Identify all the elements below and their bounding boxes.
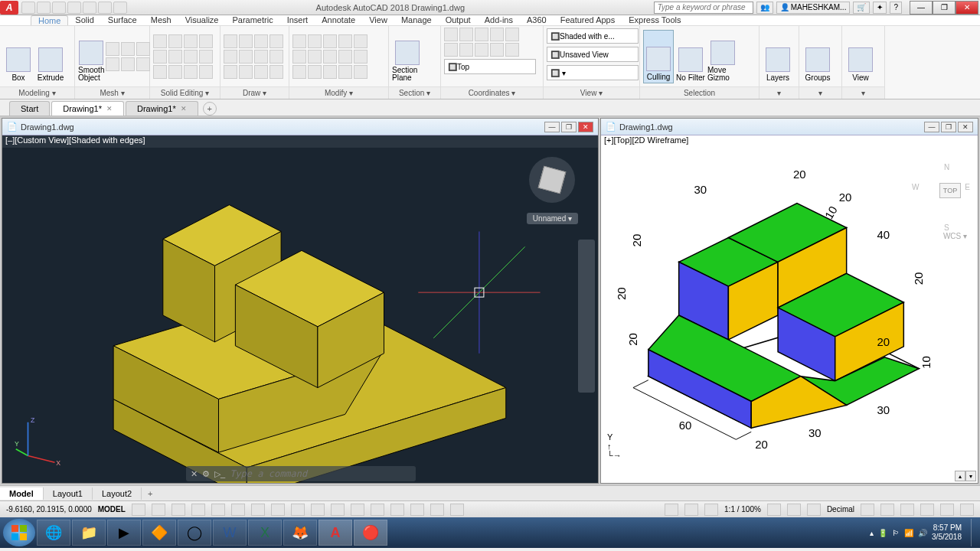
- modify-icon[interactable]: [292, 34, 306, 48]
- modify-icon[interactable]: [308, 65, 322, 79]
- stayconnected-icon[interactable]: ✦: [873, 2, 887, 14]
- show-desktop-button[interactable]: [971, 519, 977, 546]
- signin-button[interactable]: 👤 MAHESHKAM...: [776, 2, 851, 14]
- app-logo[interactable]: A: [0, 1, 18, 15]
- firefox-icon[interactable]: 🦊: [283, 520, 317, 546]
- window-close-button[interactable]: ✕: [956, 1, 978, 15]
- ducs-toggle-icon[interactable]: [331, 504, 345, 516]
- infer-toggle-icon[interactable]: [172, 504, 185, 516]
- modify-icon[interactable]: [354, 65, 368, 79]
- solidedit-icon[interactable]: [199, 34, 213, 48]
- window-maximize-button[interactable]: ❐: [933, 1, 956, 15]
- viewport-right-canvas[interactable]: 30 20 20 10 40 20 20 20 60 20 30 30 20 1…: [601, 148, 978, 483]
- draw-icon[interactable]: [224, 34, 237, 48]
- vlc-icon[interactable]: 🔶: [142, 520, 176, 546]
- wmp-icon[interactable]: ▶: [107, 520, 141, 546]
- cleanscreen-icon[interactable]: [940, 504, 954, 516]
- modify-icon[interactable]: [323, 65, 337, 79]
- units-readout[interactable]: Decimal: [827, 505, 854, 514]
- scale-readout[interactable]: 1:1 / 100%: [724, 505, 761, 514]
- scroll-up-icon[interactable]: ▴: [955, 471, 965, 481]
- vp-max-button[interactable]: ❐: [561, 122, 577, 132]
- dyn-toggle-icon[interactable]: [351, 504, 364, 516]
- filter-icon[interactable]: [665, 504, 678, 516]
- ribbon-tab-output[interactable]: Output: [439, 15, 478, 25]
- smooth-object-button[interactable]: Smooth Object: [78, 30, 104, 83]
- ortho-toggle-icon[interactable]: [211, 504, 225, 516]
- ribbon-tab-annotate[interactable]: Annotate: [315, 15, 362, 25]
- am-toggle-icon[interactable]: [450, 504, 464, 516]
- modify-icon[interactable]: [308, 50, 322, 64]
- draw-icon[interactable]: [270, 65, 283, 79]
- tray-flag-icon[interactable]: 🏳: [892, 529, 900, 537]
- ribbon-tab-insert[interactable]: Insert: [280, 15, 315, 25]
- solidedit-icon[interactable]: [199, 50, 213, 64]
- vp-close-button[interactable]: ✕: [578, 122, 593, 132]
- coord-icon[interactable]: [444, 28, 458, 41]
- modify-icon[interactable]: [338, 34, 352, 48]
- groups-button[interactable]: Groups: [802, 30, 833, 83]
- solidedit-icon[interactable]: [153, 50, 167, 64]
- tray-icon[interactable]: 🔋: [878, 529, 887, 537]
- exchange-icon[interactable]: 🛒: [853, 2, 870, 14]
- modify-icon[interactable]: [338, 65, 352, 79]
- solidedit-icon[interactable]: [153, 65, 167, 79]
- qat-saveas-icon[interactable]: [67, 2, 81, 14]
- coord-icon[interactable]: [475, 43, 488, 57]
- file-tab[interactable]: Drawing1*✕: [51, 101, 124, 116]
- ie-icon[interactable]: 🌐: [37, 520, 70, 546]
- modify-icon[interactable]: [292, 50, 306, 64]
- draw-icon[interactable]: [270, 34, 283, 48]
- infocenter-icon[interactable]: 👥: [756, 2, 773, 14]
- chrome-icon[interactable]: ◯: [178, 520, 211, 546]
- mesh-tool-icon[interactable]: [106, 42, 119, 56]
- visual-style-dropdown[interactable]: 🔲 Shaded with e...: [547, 28, 639, 44]
- ribbon-tab-home[interactable]: Home: [31, 15, 68, 25]
- modify-icon[interactable]: [292, 65, 306, 79]
- cmd-options-icon[interactable]: ⚙: [202, 469, 210, 479]
- file-tab[interactable]: Drawing1*✕: [126, 101, 198, 116]
- explorer-icon[interactable]: 📁: [72, 520, 106, 546]
- section-plane-button[interactable]: Section Plane: [392, 30, 423, 83]
- draw-icon[interactable]: [254, 50, 268, 64]
- ribbon-tab-solid[interactable]: Solid: [68, 15, 100, 25]
- ribbon-tab-manage[interactable]: Manage: [394, 15, 439, 25]
- layers-button[interactable]: Layers: [763, 30, 793, 83]
- vp-min-button[interactable]: —: [544, 122, 560, 132]
- modify-icon[interactable]: [338, 50, 352, 64]
- view-button[interactable]: View: [845, 30, 876, 83]
- draw-icon[interactable]: [239, 34, 253, 48]
- isolate-icon[interactable]: [920, 504, 934, 516]
- draw-icon[interactable]: [254, 65, 268, 79]
- tray-network-icon[interactable]: 📶: [904, 529, 913, 537]
- file-tab[interactable]: Start: [9, 101, 50, 116]
- qat-print-icon[interactable]: [83, 2, 96, 14]
- panel-draw-label[interactable]: Draw ▾: [220, 86, 289, 99]
- layout-tab-layout2[interactable]: Layout2: [93, 487, 142, 500]
- coord-icon[interactable]: [490, 28, 504, 41]
- modify-icon[interactable]: [354, 34, 368, 48]
- panel-view-label[interactable]: View ▾: [544, 86, 639, 99]
- otrack-toggle-icon[interactable]: [311, 504, 325, 516]
- viewcube[interactable]: [529, 157, 575, 203]
- coord-icon[interactable]: [459, 43, 473, 57]
- excel-icon[interactable]: X: [248, 520, 282, 546]
- ribbon-tab-featured-apps[interactable]: Featured Apps: [554, 15, 622, 25]
- panel-coordinates-label[interactable]: Coordinates ▾: [441, 86, 543, 99]
- gizmo-status-icon[interactable]: [684, 504, 698, 516]
- word-icon[interactable]: W: [213, 520, 247, 546]
- solidedit-icon[interactable]: [168, 50, 182, 64]
- ribbon-tab-surface[interactable]: Surface: [101, 15, 144, 25]
- model-indicator[interactable]: MODEL: [98, 505, 126, 514]
- add-tab-button[interactable]: +: [203, 102, 217, 116]
- polar-toggle-icon[interactable]: [231, 504, 245, 516]
- gizmo-button[interactable]: Move Gizmo: [707, 30, 738, 83]
- nofilter-button[interactable]: No Filter: [675, 30, 706, 83]
- viewport-left-mode[interactable]: [–][Custom View][Shaded with edges]: [2, 135, 598, 148]
- qat-open-icon[interactable]: [37, 2, 51, 14]
- layout-tab-model[interactable]: Model: [0, 487, 44, 500]
- search-input[interactable]: [654, 2, 753, 14]
- wcs-dropdown[interactable]: WCS ▾: [943, 232, 967, 240]
- help-icon[interactable]: ?: [890, 2, 902, 14]
- sc-toggle-icon[interactable]: [430, 504, 444, 516]
